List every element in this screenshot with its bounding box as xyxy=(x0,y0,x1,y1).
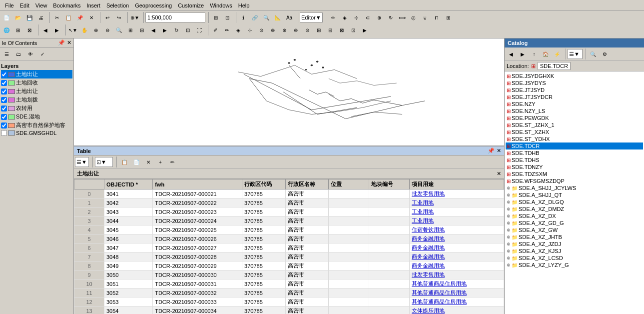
rotate2-btn[interactable]: ↻ xyxy=(171,24,182,36)
menu-bookmarks[interactable]: Bookmarks xyxy=(50,2,83,10)
col-objectid[interactable]: OBJECTID * xyxy=(104,180,153,190)
table-row[interactable]: 2 3043 TDCR-20210507-000023 370785 高密市 工… xyxy=(74,208,504,216)
table-pin[interactable]: 📌 xyxy=(488,148,495,154)
catalog-tree-item[interactable]: ⊕📁 SDE.A_SHJJ_QT xyxy=(506,192,643,198)
table-row[interactable]: 1 3042 TDCR-20210507-000022 370785 高密市 工… xyxy=(74,198,504,208)
more3-btn[interactable]: ▶ xyxy=(359,24,370,36)
folder-expand-icon[interactable]: ⊕ xyxy=(507,214,511,218)
catalog-tree-item[interactable]: ⊞ SDE.JTJSYD xyxy=(506,86,643,94)
edit4-btn[interactable]: ⊹ xyxy=(244,24,255,36)
table-layer-close[interactable]: ✕ xyxy=(497,170,501,177)
catalog-tree-item[interactable]: ⊕📁 SDE.A_XZ_LYZY_G xyxy=(506,262,643,268)
table-edit-btn[interactable]: ✏ xyxy=(167,156,178,168)
cat-view-dropdown[interactable]: ☰▼ xyxy=(568,49,583,59)
folder-expand-icon[interactable]: ⊕ xyxy=(507,242,511,246)
folder-expand-icon[interactable]: ⊕ xyxy=(507,262,511,268)
nav1-btn[interactable]: ⊞ xyxy=(12,24,23,36)
table-close[interactable]: ✕ xyxy=(497,148,501,154)
new-btn[interactable]: 📄 xyxy=(1,12,12,23)
undo-btn[interactable]: ↩ xyxy=(102,12,113,23)
cat-search-btn[interactable]: 🔍 xyxy=(588,48,599,60)
col-dkbh[interactable]: 地块编号 xyxy=(369,180,409,190)
zoom-full-btn[interactable]: ⊞ xyxy=(210,12,221,23)
table-copy-btn[interactable]: 📋 xyxy=(119,156,130,168)
rotate-btn[interactable]: ↻ xyxy=(385,12,396,23)
edit2-btn[interactable]: ✏ xyxy=(221,24,232,36)
table-row[interactable]: 5 3046 TDCR-20210507-000026 370785 高密市 商… xyxy=(74,234,504,244)
catalog-tree[interactable]: ⊞ SDE.JSYDGHXK ⊞ SDE.JSYDYS ⊞ SDE.JTJSYD… xyxy=(505,72,644,314)
table-row[interactable]: 3 3044 TDCR-20210507-000024 370785 高密市 工… xyxy=(74,216,504,226)
catalog-tree-item[interactable]: ⊞ SDE.TDCR xyxy=(506,142,643,150)
fullscreen-btn[interactable]: ⛶ xyxy=(194,24,205,36)
edit10-btn[interactable]: ⊞ xyxy=(313,24,324,36)
catalog-tree-item[interactable]: ⊕📁 SDE.A_XZ_DLGQ xyxy=(506,198,643,206)
col-wz[interactable]: 位置 xyxy=(328,180,369,190)
globe-btn[interactable]: 🌐 xyxy=(1,24,12,36)
edit11-btn[interactable]: ⊟ xyxy=(325,24,336,36)
catalog-tree-item[interactable]: ⊞ SDE.PEWGDK xyxy=(506,114,643,122)
toc-sel-btn[interactable]: ✓ xyxy=(37,48,48,60)
editor-dropdown[interactable]: Editor▼ xyxy=(300,12,323,22)
select-arrow-btn[interactable]: ↖▼ xyxy=(67,24,78,36)
layer-item-5[interactable]: 农转用 xyxy=(1,104,72,112)
cat-options-btn[interactable]: ⚙ xyxy=(599,48,610,60)
zoom-tools-btn[interactable]: ⊕▼ xyxy=(129,12,140,23)
zoom-layer-btn[interactable]: ⊡ xyxy=(222,12,233,23)
copy-btn[interactable]: 📋 xyxy=(63,12,74,23)
table-row[interactable]: 0 3041 TDCR-20210507-000021 370785 高密市 批… xyxy=(74,190,504,198)
layer-check-1[interactable] xyxy=(1,72,7,78)
menu-insert[interactable]: Insert xyxy=(83,2,103,10)
table-row[interactable]: 13 3054 TDCR-20210507-000034 370785 高密市 … xyxy=(74,306,504,314)
catalog-tree-item[interactable]: ⊞ SDE.JSYDYS xyxy=(506,80,643,86)
union-btn[interactable]: ⊌ xyxy=(420,12,431,23)
folder-expand-icon[interactable]: ⊕ xyxy=(507,192,511,198)
edit5-btn[interactable]: ⊙ xyxy=(256,24,267,36)
folder-expand-icon[interactable]: ⊕ xyxy=(507,220,511,226)
clip-btn[interactable]: ⊓ xyxy=(431,12,442,23)
move-btn[interactable]: ⊕ xyxy=(374,12,385,23)
catalog-tree-item[interactable]: ⊞ SDE.JSYDGHXK xyxy=(506,72,643,80)
col-fwh[interactable]: fwh xyxy=(153,180,242,190)
cat-back-btn[interactable]: ◀ xyxy=(506,48,517,60)
forward-btn[interactable]: ▶ xyxy=(51,24,62,36)
pan2-btn[interactable]: ⊞ xyxy=(125,24,136,36)
layer-check-6[interactable] xyxy=(1,114,7,120)
catalog-tree-item[interactable]: ⊕📁 SDE.A_XZ_GW xyxy=(506,226,643,234)
layer-check-2[interactable] xyxy=(1,80,7,86)
edit7-btn[interactable]: ⊛ xyxy=(279,24,290,36)
table-row[interactable]: 12 3053 TDCR-20210507-000033 370785 高密市 … xyxy=(74,298,504,306)
catalog-tree-item[interactable]: ⊞ SDE.TDHS xyxy=(506,156,643,164)
col-xmyt[interactable]: 项目用途 xyxy=(409,180,504,190)
topology-btn[interactable]: ⊹ xyxy=(351,12,362,23)
catalog-tree-item[interactable]: ⊕📁 SDE.A_SHJJ_JCYLWS xyxy=(506,184,643,192)
zoom-prev-btn[interactable]: ◀ xyxy=(148,24,159,36)
catalog-tree-item[interactable]: ⊞ SDE.ST_XZHX xyxy=(506,128,643,136)
edit13-btn[interactable]: ⊡ xyxy=(348,24,359,36)
layer-item-3[interactable]: 土地出让 xyxy=(1,87,72,96)
catalog-location-value[interactable]: SDE.TDCR xyxy=(538,62,571,70)
open-btn[interactable]: 📂 xyxy=(12,12,23,23)
redo-btn[interactable]: ↪ xyxy=(113,12,124,23)
menu-geoprocessing[interactable]: Geoprocessing xyxy=(132,2,175,10)
table-options-dropdown[interactable]: ☰▼ xyxy=(75,157,89,167)
table-row[interactable]: 4 3045 TDCR-20210507-000025 370785 高密市 住… xyxy=(74,226,504,234)
identify-btn[interactable]: ℹ xyxy=(238,12,249,23)
layer-item-7[interactable]: 高密市自然保护地客 xyxy=(1,121,72,130)
toc-visi-btn[interactable]: 👁 xyxy=(25,48,36,60)
menu-edit[interactable]: Edit xyxy=(17,2,32,10)
catalog-tree-item[interactable]: ⊞ SDE.WFSGMSZDQP xyxy=(506,178,643,184)
cat-home-btn[interactable]: 🏠 xyxy=(540,48,551,60)
catalog-tree-item[interactable]: ⊕📁 SDE.A_XZ_GD_G xyxy=(506,220,643,226)
zoom-extent-btn[interactable]: ⊟ xyxy=(136,24,147,36)
folder-expand-icon[interactable]: ⊕ xyxy=(507,234,511,240)
edit3-btn[interactable]: ◈ xyxy=(233,24,244,36)
back-btn[interactable]: ◀ xyxy=(40,24,51,36)
pan-btn[interactable]: ✋ xyxy=(79,24,90,36)
table-row[interactable]: 7 3048 TDCR-20210507-000028 370785 高密市 商… xyxy=(74,252,504,262)
table-container[interactable]: OBJECTID * fwh 行政区代码 行政区名称 位置 地块编号 项目用途 … xyxy=(74,179,504,314)
buffer-btn[interactable]: ◎ xyxy=(408,12,419,23)
print-btn[interactable]: 🖨 xyxy=(35,12,46,23)
mirror-btn[interactable]: ⟺ xyxy=(397,12,408,23)
folder-expand-icon[interactable]: ⊕ xyxy=(507,256,511,260)
table-add-btn[interactable]: + xyxy=(155,156,166,168)
